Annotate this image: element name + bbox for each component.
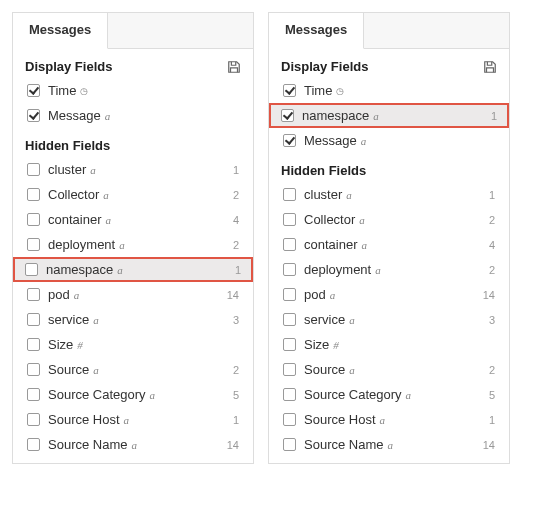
checkbox-source[interactable] [27, 363, 40, 376]
field-row-deployment[interactable]: deploymenta2 [13, 232, 253, 257]
field-label-pod[interactable]: poda [48, 287, 225, 302]
field-label-deployment[interactable]: deploymenta [304, 262, 481, 277]
field-label-message[interactable]: Messagea [304, 133, 481, 148]
field-label-source-category[interactable]: Source Categorya [304, 387, 481, 402]
field-label-service[interactable]: servicea [304, 312, 481, 327]
field-label-source-category[interactable]: Source Categorya [48, 387, 225, 402]
field-label-source[interactable]: Sourcea [48, 362, 225, 377]
field-row-namespace[interactable]: namespacea1 [13, 257, 253, 282]
field-row-time[interactable]: Time◷ [269, 78, 509, 103]
checkbox-cluster[interactable] [27, 163, 40, 176]
field-row-deployment[interactable]: deploymenta2 [269, 257, 509, 282]
checkbox-container[interactable] [27, 213, 40, 226]
field-row-pod[interactable]: poda14 [13, 282, 253, 307]
field-row-service[interactable]: servicea3 [13, 307, 253, 332]
field-row-source-host[interactable]: Source Hosta1 [269, 407, 509, 432]
field-label-cluster[interactable]: clustera [48, 162, 225, 177]
checkbox-pod[interactable] [283, 288, 296, 301]
string-type-icon: a [359, 214, 365, 226]
checkbox-source-name[interactable] [27, 438, 40, 451]
checkbox-pod[interactable] [27, 288, 40, 301]
field-label-time[interactable]: Time◷ [48, 83, 225, 98]
checkbox-source[interactable] [283, 363, 296, 376]
messages-panel: MessagesDisplay FieldsTime◷MessageaHidde… [12, 12, 254, 464]
field-count-deployment: 2 [225, 239, 239, 251]
field-row-source-name[interactable]: Source Namea14 [269, 432, 509, 457]
checkbox-service[interactable] [283, 313, 296, 326]
checkbox-namespace[interactable] [25, 263, 38, 276]
field-label-cluster[interactable]: clustera [304, 187, 481, 202]
checkbox-cluster[interactable] [283, 188, 296, 201]
checkbox-container[interactable] [283, 238, 296, 251]
save-icon[interactable] [483, 60, 497, 74]
field-row-source[interactable]: Sourcea2 [269, 357, 509, 382]
checkbox-message[interactable] [27, 109, 40, 122]
field-label-source-host[interactable]: Source Hosta [304, 412, 481, 427]
field-row-container[interactable]: containera4 [269, 232, 509, 257]
field-row-cluster[interactable]: clustera1 [269, 182, 509, 207]
checkbox-source-category[interactable] [283, 388, 296, 401]
field-label-namespace[interactable]: namespacea [302, 108, 483, 123]
tab-messages[interactable]: Messages [13, 13, 108, 49]
field-label-source-name[interactable]: Source Namea [304, 437, 481, 452]
field-label-namespace[interactable]: namespacea [46, 262, 227, 277]
field-label-container[interactable]: containera [304, 237, 481, 252]
field-row-source-host[interactable]: Source Hosta1 [13, 407, 253, 432]
field-count-namespace: 1 [227, 264, 241, 276]
clock-icon: ◷ [80, 86, 88, 96]
field-row-source-category[interactable]: Source Categorya5 [269, 382, 509, 407]
tab-messages[interactable]: Messages [269, 13, 364, 49]
checkbox-namespace[interactable] [281, 109, 294, 122]
checkbox-message[interactable] [283, 134, 296, 147]
checkbox-time[interactable] [27, 84, 40, 97]
field-label-size[interactable]: Size# [304, 337, 481, 352]
field-count-service: 3 [225, 314, 239, 326]
hidden-fields-header: Hidden Fields [13, 128, 253, 157]
checkbox-deployment[interactable] [27, 238, 40, 251]
string-type-icon: a [361, 135, 367, 147]
field-row-size[interactable]: Size# [13, 332, 253, 357]
field-row-time[interactable]: Time◷ [13, 78, 253, 103]
field-label-source-name[interactable]: Source Namea [48, 437, 225, 452]
checkbox-collector[interactable] [283, 213, 296, 226]
field-label-source-host[interactable]: Source Hosta [48, 412, 225, 427]
field-row-cluster[interactable]: clustera1 [13, 157, 253, 182]
checkbox-service[interactable] [27, 313, 40, 326]
field-label-source[interactable]: Sourcea [304, 362, 481, 377]
field-label-time[interactable]: Time◷ [304, 83, 481, 98]
field-row-source-name[interactable]: Source Namea14 [13, 432, 253, 457]
field-label-message[interactable]: Messagea [48, 108, 225, 123]
checkbox-time[interactable] [283, 84, 296, 97]
field-row-pod[interactable]: poda14 [269, 282, 509, 307]
field-row-source[interactable]: Sourcea2 [13, 357, 253, 382]
field-label-collector[interactable]: Collectora [304, 212, 481, 227]
string-type-icon: a [103, 189, 109, 201]
checkbox-source-category[interactable] [27, 388, 40, 401]
field-row-service[interactable]: servicea3 [269, 307, 509, 332]
field-row-container[interactable]: containera4 [13, 207, 253, 232]
field-row-size[interactable]: Size# [269, 332, 509, 357]
field-label-service[interactable]: servicea [48, 312, 225, 327]
checkbox-source-name[interactable] [283, 438, 296, 451]
field-row-collector[interactable]: Collectora2 [269, 207, 509, 232]
save-icon[interactable] [227, 60, 241, 74]
field-row-source-category[interactable]: Source Categorya5 [13, 382, 253, 407]
field-row-message[interactable]: Messagea [269, 128, 509, 153]
string-type-icon: a [90, 164, 96, 176]
field-label-container[interactable]: containera [48, 212, 225, 227]
field-label-deployment[interactable]: deploymenta [48, 237, 225, 252]
checkbox-collector[interactable] [27, 188, 40, 201]
checkbox-deployment[interactable] [283, 263, 296, 276]
checkbox-source-host[interactable] [27, 413, 40, 426]
string-type-icon: a [93, 364, 99, 376]
checkbox-size[interactable] [283, 338, 296, 351]
field-row-collector[interactable]: Collectora2 [13, 182, 253, 207]
checkbox-size[interactable] [27, 338, 40, 351]
string-type-icon: a [361, 239, 367, 251]
field-label-size[interactable]: Size# [48, 337, 225, 352]
field-row-message[interactable]: Messagea [13, 103, 253, 128]
field-label-pod[interactable]: poda [304, 287, 481, 302]
field-row-namespace[interactable]: namespacea1 [269, 103, 509, 128]
field-label-collector[interactable]: Collectora [48, 187, 225, 202]
checkbox-source-host[interactable] [283, 413, 296, 426]
